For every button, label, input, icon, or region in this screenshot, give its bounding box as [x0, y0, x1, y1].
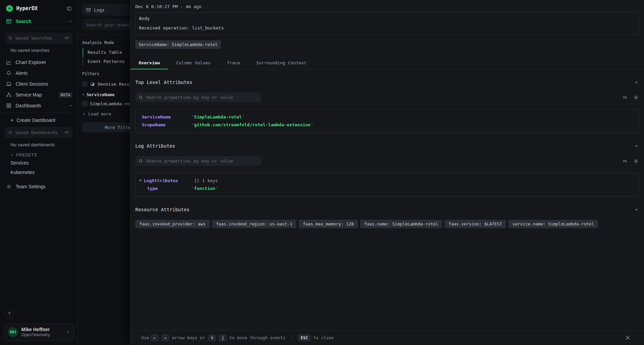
chevron-up-icon[interactable] — [68, 19, 72, 23]
events-search-input[interactable] — [86, 22, 130, 27]
properties-search[interactable] — [135, 156, 261, 166]
event-timestamp: Dec 8 6:10:27 PM · 4m ago — [131, 0, 644, 9]
footer-arrows-text: arrow keys or — [172, 335, 205, 340]
tab-overview[interactable]: Overview — [131, 57, 168, 69]
filter-lines-icon[interactable] — [622, 95, 627, 100]
resource-pill[interactable]: faas.invoked_provider: aws — [135, 220, 210, 228]
facet-option-row[interactable]: SimpleLambda-rotel — [77, 99, 130, 109]
divider — [0, 28, 77, 28]
facet-option-checkbox[interactable] — [82, 101, 87, 106]
resource-pill[interactable]: faas.invoked_region: us-east-1 — [212, 220, 297, 228]
user-org: OpenTelemetry — [21, 332, 50, 338]
saved-dashboards-input[interactable] — [15, 130, 62, 135]
resource-pill[interactable]: faas.name: SimpleLambda-rotel — [360, 220, 442, 228]
source-select[interactable]: Logs — [82, 4, 130, 16]
sidebar-item-dashboards[interactable]: Dashboards — [0, 100, 77, 111]
footer-move-text: to move through events — [229, 335, 285, 340]
log-attributes-header: Log Attributes — [131, 133, 644, 149]
chevron-right-icon — [82, 112, 86, 116]
create-dashboard-button[interactable]: Create Dashboard — [0, 113, 77, 123]
user-menu[interactable]: MH Mike Heffner OpenTelemetry — [4, 324, 74, 341]
attribute-value[interactable]: "SimpleLambda-rotel" — [191, 114, 245, 120]
close-icon[interactable] — [625, 335, 630, 341]
table-row: ServiceName "SimpleLambda-rotel" — [136, 113, 639, 121]
no-saved-dashboards-text: No saved dashboards — [0, 138, 77, 149]
presets-toggle[interactable]: PRESETS — [0, 149, 77, 158]
chevron-up-icon[interactable] — [634, 144, 639, 148]
sidebar-item-search[interactable]: Search — [0, 16, 77, 27]
chevron-up-icon[interactable] — [634, 208, 639, 212]
load-more-button[interactable]: Load more — [77, 109, 130, 119]
saved-searches-search[interactable]: ⌘K — [5, 33, 72, 44]
attribute-key[interactable]: ScopeName — [142, 122, 191, 127]
facet-servicename-toggle[interactable]: ServiceName — [77, 89, 130, 99]
events-search[interactable] — [82, 19, 130, 30]
chevron-right-icon — [66, 330, 70, 335]
sidebar-item-label: Search — [16, 19, 31, 24]
attribute-key[interactable]: ServiceName — [142, 114, 191, 120]
search-icon — [139, 95, 143, 100]
attribute-key[interactable]: LogAttributes — [144, 178, 194, 183]
properties-search-input[interactable] — [146, 95, 258, 100]
body-label: Body — [139, 16, 636, 21]
denoise-checkbox[interactable] — [82, 82, 87, 87]
service-map-icon — [6, 92, 12, 98]
key-arrow-left: ← — [151, 335, 159, 341]
sidebar-item-client-sessions[interactable]: Client Sessions — [0, 79, 77, 89]
attribute-key[interactable]: type — [147, 186, 191, 191]
body-content: Received operation: list_buckets — [139, 25, 636, 30]
avatar: MH — [8, 327, 18, 337]
tab-surrounding-context[interactable]: Surrounding Context — [248, 57, 315, 69]
preset-item-services[interactable]: Services — [0, 158, 77, 168]
event-body-box: Body Received operation: list_buckets — [135, 12, 639, 35]
chevron-up-icon[interactable] — [68, 104, 72, 108]
denoise-results-row[interactable]: Denoise Results — [77, 79, 130, 89]
saved-searches-input[interactable] — [15, 36, 62, 41]
sidebar-toggle-icon[interactable] — [67, 6, 72, 11]
section-title: Log Attributes — [135, 143, 175, 149]
gear-icon[interactable] — [633, 158, 639, 164]
resource-pill[interactable]: service.name: SimpleLambda-rotel — [508, 220, 598, 228]
mode-results-table[interactable]: Results Table — [83, 48, 130, 57]
chevron-down-icon — [10, 153, 14, 157]
chevron-down-icon — [82, 93, 85, 96]
resource-pills: faas.invoked_provider: aws faas.invoked_… — [135, 220, 639, 228]
resource-pill[interactable]: faas.max_memory: 128 — [299, 220, 358, 228]
footer-divider — [291, 335, 292, 341]
sidebar-item-team-settings[interactable]: Team Settings — [0, 181, 77, 192]
app-title: HyperDX — [16, 5, 67, 12]
chart-icon — [6, 60, 12, 65]
sidebar-item-chart-explorer[interactable]: Chart Explorer — [0, 57, 77, 68]
expander-triangle-icon[interactable] — [139, 180, 142, 181]
key-j: j — [219, 335, 227, 341]
properties-search-input[interactable] — [146, 158, 258, 164]
gear-icon[interactable] — [633, 95, 639, 100]
drawer-footer: Use ← → arrow keys or k j to move throug… — [131, 330, 644, 345]
chevron-up-icon[interactable] — [634, 80, 639, 85]
attribute-value[interactable]: "function" — [191, 186, 218, 191]
properties-search[interactable] — [135, 92, 261, 102]
denoise-label: Denoise Results — [98, 82, 130, 87]
filter-lines-icon[interactable] — [622, 158, 627, 164]
footer-close-text: to close — [314, 335, 334, 340]
service-tag[interactable]: ServiceName: SimpleLambda-rotel — [135, 40, 221, 49]
logo-row: HyperDX — [0, 0, 77, 16]
beta-badge: BETA — [59, 92, 72, 98]
saved-dashboards-search[interactable]: ⌘K — [5, 127, 72, 138]
shortcut-badge: ⌘K — [65, 36, 69, 40]
load-more-label: Load more — [88, 111, 111, 116]
section-title: Resource Attributes — [135, 207, 189, 212]
resource-pill[interactable]: faas.version: $LATEST — [444, 220, 506, 228]
sidebar-item-service-map[interactable]: Service Map BETA — [0, 89, 77, 100]
help-button[interactable]: ? — [5, 309, 14, 318]
log-attributes-root-row[interactable]: LogAttributes {} 1 keys — [136, 177, 639, 185]
footer-use-text: Use — [141, 335, 149, 340]
tab-column-values[interactable]: Column Values — [168, 57, 219, 69]
more-filters-button[interactable]: More filters — [82, 122, 130, 132]
tab-trace[interactable]: Trace — [218, 57, 248, 69]
sidebar-item-label: Chart Explorer — [16, 60, 46, 65]
attribute-value[interactable]: "github.com/streamfold/rotel-lambda-exte… — [191, 122, 313, 127]
preset-item-kubernetes[interactable]: Kubernetes — [0, 168, 77, 177]
sidebar-item-alerts[interactable]: Alerts — [0, 68, 77, 79]
mode-event-patterns[interactable]: Event Patterns — [83, 57, 130, 66]
